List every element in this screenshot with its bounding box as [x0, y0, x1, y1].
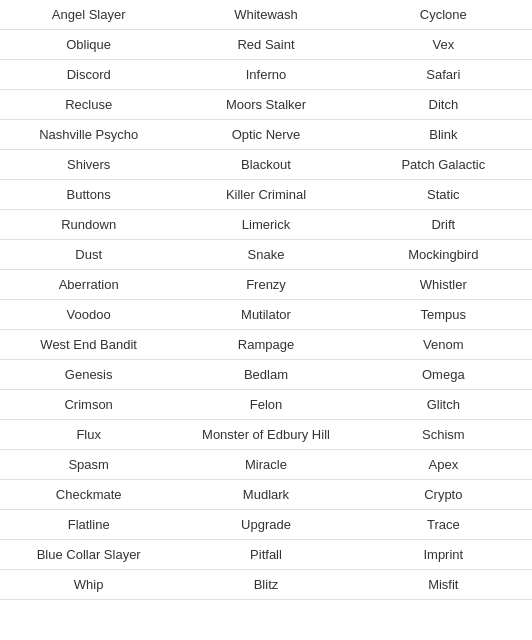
- table-cell: Recluse: [0, 90, 177, 120]
- table-cell: Frenzy: [177, 270, 354, 300]
- table-row: FluxMonster of Edbury HillSchism: [0, 420, 532, 450]
- table-row: DiscordInfernoSafari: [0, 60, 532, 90]
- table-cell: Blitz: [177, 570, 354, 600]
- table-cell: Shivers: [0, 150, 177, 180]
- table-row: VoodooMutilatorTempus: [0, 300, 532, 330]
- table-cell: Moors Stalker: [177, 90, 354, 120]
- table-cell: Oblique: [0, 30, 177, 60]
- table-cell: Voodoo: [0, 300, 177, 330]
- table-cell: Nashville Psycho: [0, 120, 177, 150]
- table-cell: Safari: [355, 60, 532, 90]
- table-cell: Genesis: [0, 360, 177, 390]
- table-cell: Aberration: [0, 270, 177, 300]
- table-cell: Limerick: [177, 210, 354, 240]
- table-row: SpasmMiracleApex: [0, 450, 532, 480]
- table-cell: Pitfall: [177, 540, 354, 570]
- table-cell: Drift: [355, 210, 532, 240]
- table-row: ShiversBlackoutPatch Galactic: [0, 150, 532, 180]
- table-row: WhipBlitzMisfit: [0, 570, 532, 600]
- table-cell: Flux: [0, 420, 177, 450]
- table-cell: Discord: [0, 60, 177, 90]
- table-row: Nashville PsychoOptic NerveBlink: [0, 120, 532, 150]
- table-cell: Snake: [177, 240, 354, 270]
- table-cell: Flatline: [0, 510, 177, 540]
- table-row: CrimsonFelonGlitch: [0, 390, 532, 420]
- table-cell: Vex: [355, 30, 532, 60]
- table-cell: Rundown: [0, 210, 177, 240]
- table-cell: Imprint: [355, 540, 532, 570]
- table-cell: Dust: [0, 240, 177, 270]
- table-cell: Crypto: [355, 480, 532, 510]
- table-row: RecluseMoors StalkerDitch: [0, 90, 532, 120]
- table-row: FlatlineUpgradeTrace: [0, 510, 532, 540]
- table-cell: Tempus: [355, 300, 532, 330]
- table-cell: Red Saint: [177, 30, 354, 60]
- table-cell: Crimson: [0, 390, 177, 420]
- table-cell: Static: [355, 180, 532, 210]
- table-cell: Whitewash: [177, 0, 354, 30]
- table-cell: Apex: [355, 450, 532, 480]
- table-cell: Killer Criminal: [177, 180, 354, 210]
- table-cell: Whip: [0, 570, 177, 600]
- table-row: DustSnakeMockingbird: [0, 240, 532, 270]
- table-row: Angel SlayerWhitewashCyclone: [0, 0, 532, 30]
- table-cell: Omega: [355, 360, 532, 390]
- table-cell: Blue Collar Slayer: [0, 540, 177, 570]
- table-cell: Patch Galactic: [355, 150, 532, 180]
- table-cell: Blackout: [177, 150, 354, 180]
- table-row: ObliqueRed SaintVex: [0, 30, 532, 60]
- table-cell: Venom: [355, 330, 532, 360]
- table-row: GenesisBedlamOmega: [0, 360, 532, 390]
- main-table-container: Angel SlayerWhitewashCycloneObliqueRed S…: [0, 0, 532, 600]
- table-cell: Monster of Edbury Hill: [177, 420, 354, 450]
- table-cell: Misfit: [355, 570, 532, 600]
- table-cell: Miracle: [177, 450, 354, 480]
- table-cell: Checkmate: [0, 480, 177, 510]
- table-cell: Cyclone: [355, 0, 532, 30]
- table-cell: Trace: [355, 510, 532, 540]
- table-row: Blue Collar SlayerPitfallImprint: [0, 540, 532, 570]
- table-cell: Blink: [355, 120, 532, 150]
- table-cell: Buttons: [0, 180, 177, 210]
- table-cell: Mutilator: [177, 300, 354, 330]
- table-row: RundownLimerickDrift: [0, 210, 532, 240]
- table-cell: Optic Nerve: [177, 120, 354, 150]
- table-row: AberrationFrenzyWhistler: [0, 270, 532, 300]
- table-cell: Ditch: [355, 90, 532, 120]
- table-cell: Angel Slayer: [0, 0, 177, 30]
- table-cell: Mockingbird: [355, 240, 532, 270]
- table-cell: Felon: [177, 390, 354, 420]
- table-row: West End BanditRampageVenom: [0, 330, 532, 360]
- table-cell: Spasm: [0, 450, 177, 480]
- table-cell: Inferno: [177, 60, 354, 90]
- table-cell: Schism: [355, 420, 532, 450]
- table-cell: Rampage: [177, 330, 354, 360]
- table-row: ButtonsKiller CriminalStatic: [0, 180, 532, 210]
- table-cell: Upgrade: [177, 510, 354, 540]
- table-row: CheckmateMudlarkCrypto: [0, 480, 532, 510]
- table-cell: Mudlark: [177, 480, 354, 510]
- table-cell: Glitch: [355, 390, 532, 420]
- table-cell: West End Bandit: [0, 330, 177, 360]
- table-cell: Whistler: [355, 270, 532, 300]
- table-cell: Bedlam: [177, 360, 354, 390]
- names-table: Angel SlayerWhitewashCycloneObliqueRed S…: [0, 0, 532, 600]
